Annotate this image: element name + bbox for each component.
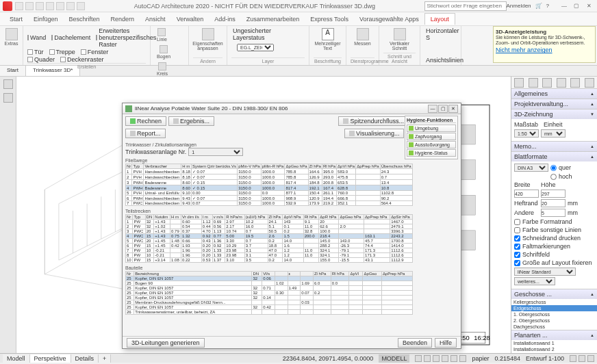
hohe-input[interactable]: [541, 190, 566, 198]
hygiene-button[interactable]: Hygiene-Status: [407, 149, 456, 157]
cart-icon[interactable]: 🛒: [535, 3, 542, 9]
tooltip-dismiss-link[interactable]: Nicht mehr anzeigen: [496, 47, 593, 53]
rp-icon[interactable]: [585, 78, 594, 88]
status-icon[interactable]: [579, 355, 585, 362]
doc-tab[interactable]: Start: [0, 66, 26, 76]
rp-icon[interactable]: [529, 78, 538, 88]
qat-icon[interactable]: [36, 2, 44, 10]
text-button[interactable]: AMehrzeiliger Text: [314, 27, 342, 51]
help-icon[interactable]: ?: [546, 3, 549, 9]
table-row[interactable]: 8PW10-0.211.960.201.3323.983.147.01.211.…: [126, 253, 413, 258]
section-allgemeines[interactable]: Allgemeines▲: [511, 89, 597, 99]
layout-tab[interactable]: +: [99, 354, 111, 363]
table-row[interactable]: 25Bogen 901.021.696.00.0: [126, 281, 413, 286]
layout-tab[interactable]: Details: [71, 354, 99, 363]
section-projekt[interactable]: Projektverwaltung...▲: [511, 99, 597, 109]
bauteile-table[interactable]: NrBezeichnungDNVl/sεZl hPaRl hPaΔpVlΔpGe…: [125, 271, 413, 315]
fliesswege-table[interactable]: NrTypVerbraucherH mSystem Qzir berücks.V…: [125, 164, 413, 206]
list-item[interactable]: Dachgeschoss: [511, 324, 597, 330]
option-checkbox[interactable]: [514, 252, 520, 258]
maximize-icon[interactable]: ▢: [571, 2, 582, 10]
minimize-icon[interactable]: —: [559, 2, 570, 10]
schnitt-button[interactable]: Vertikaler Schnitt: [383, 27, 416, 51]
section-planarten[interactable]: Planarten ...▲: [511, 330, 597, 340]
table-row[interactable]: 4PWHBadewanne8.60✓ 0.153150.01000.0817.4…: [126, 185, 413, 191]
section-blattformate[interactable]: Blattformate▲: [511, 152, 597, 161]
list-item[interactable]: Erdgeschoss: [511, 305, 597, 311]
ribbon-tab[interactable]: Verwalten: [171, 14, 209, 25]
table-row[interactable]: 7PW10-0.211.960.201.3323.983.147.01.211.…: [126, 248, 413, 253]
qat-icon[interactable]: [15, 2, 23, 10]
andere-input[interactable]: [541, 209, 566, 217]
table-row[interactable]: 3PWHBadewanne8.60✓ 0.153150.01000.0817.4…: [126, 180, 413, 185]
hygiene-button[interactable]: Zapfvorgang: [407, 133, 456, 140]
list-item[interactable]: 2. Obergeschoss: [511, 317, 597, 324]
table-row[interactable]: 10PW15+3.141.080.220.531.373.103.50.214.…: [126, 258, 413, 263]
table-row[interactable]: 25Kupfer, DIN EN 1057320.300.070.2: [126, 291, 413, 296]
chk-icon[interactable]: [27, 57, 33, 62]
status-icon[interactable]: [450, 355, 457, 362]
ribbon-tab[interactable]: Vorausgewählte Apps: [354, 14, 424, 25]
login-link[interactable]: Anmelden: [507, 3, 531, 9]
table-row[interactable]: 5PWC20+1.451.480.660.431.363.300.70.214.…: [126, 239, 413, 244]
status-icon[interactable]: [570, 355, 576, 362]
status-icon[interactable]: [433, 355, 440, 362]
tool-icon[interactable]: [3, 93, 13, 103]
ansichtslinien-button[interactable]: Ansichtslinien: [424, 57, 457, 64]
ribbon-tab[interactable]: Layout: [424, 13, 455, 25]
option-checkbox[interactable]: [514, 219, 520, 225]
table-row[interactable]: 6PWHHandwaschbecken9.43✓ 0.073150.01000.…: [126, 196, 413, 201]
hoch-radio[interactable]: [550, 174, 557, 180]
scale-indicator[interactable]: Entwurf 1-100: [526, 355, 564, 362]
status-icon[interactable]: [415, 355, 422, 362]
list-item[interactable]: 3D-Ausführungsplanung: [511, 352, 597, 353]
eigenschaften-button[interactable]: Eigenschaften anpassen: [193, 27, 223, 51]
list-item[interactable]: Installationswand 2: [511, 346, 597, 352]
status-icon[interactable]: [424, 355, 431, 362]
ribbon-tab[interactable]: Rendern: [105, 14, 140, 25]
ribbon-tab[interactable]: Express Tools: [305, 14, 354, 25]
hilfe-button[interactable]: Hilfe: [435, 338, 457, 348]
extras-button[interactable]: Extras: [4, 27, 18, 47]
messen-button[interactable]: Messen: [351, 27, 374, 47]
table-row[interactable]: 2PVHHandwaschbecken8.18✓ 0.073150.01000.…: [126, 174, 413, 180]
table-row[interactable]: 3PWC20+1.430.790.374.701.1310.740.750.50…: [126, 229, 413, 234]
teilstrecken-table[interactable]: NrTypDNNotdimH mVr dim l/sl mv m/sR hPa/…: [125, 214, 413, 263]
einheit-select[interactable]: mm: [541, 129, 566, 138]
modell-indicator[interactable]: MODELL: [379, 354, 409, 363]
dialog-max-icon[interactable]: ▢: [438, 105, 448, 113]
chk-icon[interactable]: [81, 49, 86, 55]
rp-icon[interactable]: [514, 78, 524, 88]
draw-tool[interactable]: Linie: [155, 27, 169, 42]
section-geschosse[interactable]: Geschosse ...▲: [511, 289, 597, 299]
papier-indicator[interactable]: papier: [472, 355, 489, 362]
table-row[interactable]: 1PVHHandwaschbecken8.18✓ 0.073150.01000.…: [126, 169, 413, 174]
draw-tool[interactable]: Kreis: [155, 62, 170, 77]
table-row[interactable]: 25Membran-Druckausdehnungsgefäß DN32 Nen…: [126, 300, 413, 305]
qat-icon[interactable]: [66, 2, 75, 10]
table-row[interactable]: 6PW15+1.450.421.930.200.9210.293.718.81.…: [126, 244, 413, 248]
report-button[interactable]: Report...: [125, 129, 166, 138]
rechnen-button[interactable]: Rechnen: [125, 116, 166, 126]
tool-icon[interactable]: [3, 79, 13, 89]
list-item[interactable]: Kellergeschoss: [511, 299, 597, 305]
chk-icon[interactable]: [27, 49, 33, 55]
beenden-button[interactable]: Beenden: [398, 338, 432, 348]
table-row[interactable]: 25Kupfer, DIN EN 1057320.06: [126, 276, 413, 281]
table-row[interactable]: 26Trinkwassererwärmer, unteilbar, beheiz…: [126, 310, 413, 315]
massstab-select[interactable]: 1:50: [514, 129, 539, 138]
hygiene-button[interactable]: Umgebung: [407, 125, 456, 132]
rp-icon[interactable]: [557, 78, 566, 88]
qat-icon[interactable]: [77, 2, 85, 10]
status-icon[interactable]: [459, 355, 466, 362]
ribbon-tab[interactable]: Add-ins: [209, 14, 241, 25]
list-item[interactable]: 1. Obergeschoss: [511, 311, 597, 317]
status-icon[interactable]: [442, 355, 448, 362]
layout-tab[interactable]: Modell: [3, 354, 30, 363]
table-row[interactable]: 7PWCHandwaschbecken9.430.073150.01000.05…: [126, 201, 413, 206]
option-checkbox[interactable]: [514, 260, 520, 266]
section-memo[interactable]: Memo...▲: [511, 142, 597, 151]
chk-icon[interactable]: [96, 35, 97, 40]
anlage-select[interactable]: 1: [188, 148, 243, 156]
chk-icon[interactable]: [51, 35, 53, 40]
